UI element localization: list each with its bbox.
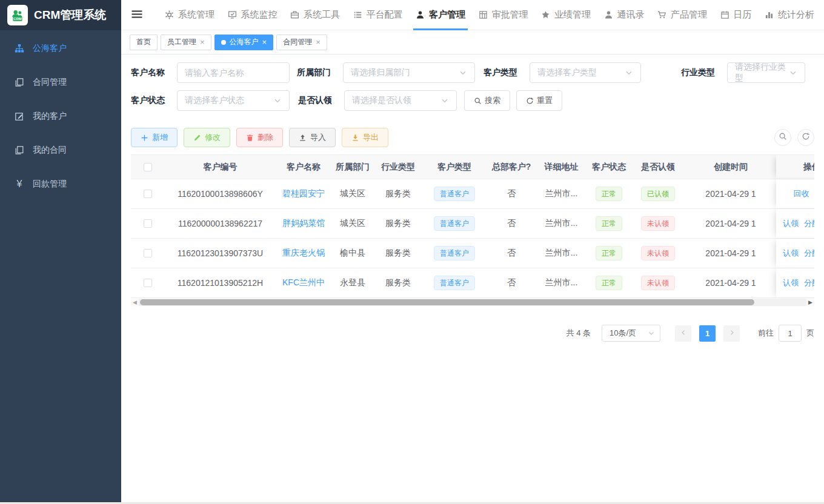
customer-status-placeholder: 请选择客户状态 [185, 95, 244, 106]
close-icon[interactable]: × [200, 38, 205, 46]
customer-name-link[interactable]: 胖妈妈菜馆 [282, 218, 325, 229]
customer-status-tag: 正常 [596, 276, 622, 290]
page-size-select[interactable]: 10条/页 [602, 325, 660, 342]
tab-label: 首页 [136, 37, 151, 47]
row-checkbox[interactable] [144, 219, 152, 228]
cell-department: 城关区 [331, 179, 374, 208]
claim-status-tag: 已认领 [641, 187, 675, 201]
nav-item-system-mgmt[interactable]: 系统管理 [165, 0, 214, 30]
sidebar-item-my-contracts[interactable]: 我的合同 [0, 133, 121, 167]
next-page-button[interactable] [723, 325, 740, 342]
cell-customer-status: 正常 [587, 209, 631, 238]
delete-button[interactable]: 删除 [236, 128, 283, 147]
close-icon[interactable]: × [316, 38, 321, 46]
gear-icon [165, 10, 174, 19]
select-all-checkbox[interactable] [144, 163, 152, 171]
plus-icon [141, 134, 148, 142]
star-icon [541, 10, 550, 19]
cell-customer-status: 正常 [587, 179, 631, 208]
nav-item-calendar[interactable]: 日历 [720, 0, 752, 30]
cell-customer-status: 正常 [587, 268, 631, 297]
nav-item-performance-mgmt[interactable]: 业绩管理 [541, 0, 591, 30]
sidebar-item-my-customers[interactable]: 我的客户 [0, 99, 121, 133]
action-link-assign[interactable]: 分配 [804, 248, 814, 259]
sidebar-item-payment-mgmt[interactable]: ¥回款管理 [0, 167, 121, 201]
nav-item-customer-mgmt[interactable]: 客户管理 [416, 0, 465, 30]
sidebar-item-public-customers[interactable]: 公海客户 [0, 31, 121, 65]
row-checkbox[interactable] [144, 249, 152, 257]
goto-page-input[interactable] [779, 325, 802, 342]
page-number-button[interactable]: 1 [699, 325, 716, 342]
crm-logo: CRM [7, 5, 28, 25]
department-select[interactable]: 请选择归属部门 [343, 62, 475, 83]
scroll-right-arrow-icon[interactable]: ▶ [806, 298, 814, 307]
edit-button[interactable]: 修改 [184, 128, 230, 147]
action-link-claim[interactable]: 认领 [783, 277, 799, 288]
horizontal-scrollbar[interactable]: ◀ ▶ [131, 298, 814, 307]
customer-type-select[interactable]: 请选择客户类型 [530, 62, 641, 83]
topnav: 系统管理系统监控系统工具平台配置客户管理审批管理业绩管理通讯录产品管理日历统计分… [121, 0, 824, 30]
sidebar-item-contract-mgmt[interactable]: 合同管理 [0, 65, 121, 99]
delete-button-label: 删除 [258, 132, 273, 143]
action-link-assign[interactable]: 分配 [804, 218, 814, 229]
customer-type-label: 客户类型 [483, 67, 521, 78]
tab-public-customers[interactable]: 公海客户× [214, 35, 274, 50]
industry-type-placeholder: 请选择行业类型 [735, 62, 789, 84]
documents-icon [15, 78, 24, 87]
action-link-claim[interactable]: 认领 [783, 218, 799, 229]
scroll-left-arrow-icon[interactable]: ◀ [131, 298, 139, 307]
cell-actions: 认领分配查看 [776, 239, 814, 268]
cell-headquarters: 否 [487, 268, 536, 297]
scrollbar-track[interactable] [139, 299, 806, 306]
import-button[interactable]: 导入 [289, 128, 336, 147]
row-checkbox[interactable] [144, 279, 152, 287]
hamburger-icon[interactable] [131, 9, 143, 21]
tab-employee-mgmt[interactable]: 员工管理× [161, 35, 211, 50]
cell-customer-code: 116200000138962217 [164, 209, 276, 238]
magnifier-icon [474, 97, 482, 105]
industry-type-select[interactable]: 请选择行业类型 [727, 62, 805, 83]
close-icon[interactable]: × [262, 38, 267, 46]
nav-item-contacts[interactable]: 通讯录 [604, 0, 645, 30]
main-area: 系统管理系统监控系统工具平台配置客户管理审批管理业绩管理通讯录产品管理日历统计分… [121, 0, 824, 504]
header-cell: 行业类型 [374, 155, 422, 179]
row-checkbox-cell [131, 239, 164, 268]
row-checkbox-cell [131, 179, 164, 208]
page-unit-label: 页 [806, 328, 814, 339]
cell-customer-name: 重庆老火锅 [276, 239, 331, 268]
nav-item-approval-mgmt[interactable]: 审批管理 [479, 0, 528, 30]
table-row: 116200000138962217胖妈妈菜馆城关区服务类普通客户否兰州市...… [131, 209, 814, 239]
tab-label: 公海客户 [230, 37, 259, 47]
cell-headquarters: 否 [487, 239, 536, 268]
nav-item-system-tools[interactable]: 系统工具 [290, 0, 340, 30]
chevron-right-icon [728, 328, 736, 339]
customer-status-select[interactable]: 请选择客户状态 [177, 90, 290, 111]
customer-name-link[interactable]: 重庆老火锅 [282, 248, 325, 259]
scrollbar-thumb[interactable] [140, 299, 754, 305]
nav-item-product-mgmt[interactable]: 产品管理 [657, 0, 707, 30]
tab-home[interactable]: 首页 [130, 35, 158, 50]
refresh-circle-button[interactable] [797, 129, 814, 146]
page-size-value: 10条/页 [610, 328, 636, 339]
export-button[interactable]: 导出 [342, 128, 388, 147]
customer-name-link[interactable]: 碧桂园安宁 [282, 188, 325, 199]
claim-status-select[interactable]: 请选择是否认领 [344, 90, 457, 111]
cell-actions: 认领分配查看 [776, 268, 814, 297]
reset-button[interactable]: 重置 [516, 90, 562, 111]
cell-customer-code: 11620123013907373U [164, 239, 276, 268]
nav-item-statistics[interactable]: 统计分析 [765, 0, 814, 30]
action-link-claim[interactable]: 认领 [783, 248, 799, 259]
nav-item-system-monitor[interactable]: 系统监控 [228, 0, 277, 30]
customer-name-input[interactable] [177, 62, 290, 83]
search-circle-button[interactable] [774, 129, 791, 146]
nav-item-platform-config[interactable]: 平台配置 [353, 0, 403, 30]
add-button[interactable]: 新增 [131, 128, 178, 147]
customer-name-link[interactable]: KFC兰州中 [282, 277, 325, 288]
row-checkbox[interactable] [144, 190, 152, 198]
cart-icon [657, 10, 666, 19]
action-link-recycle[interactable]: 回收 [794, 188, 809, 199]
tab-contract-mgmt[interactable]: 合同管理× [276, 35, 327, 50]
prev-page-button[interactable] [675, 325, 691, 342]
search-button[interactable]: 搜索 [464, 90, 510, 111]
action-link-assign[interactable]: 分配 [804, 277, 814, 288]
